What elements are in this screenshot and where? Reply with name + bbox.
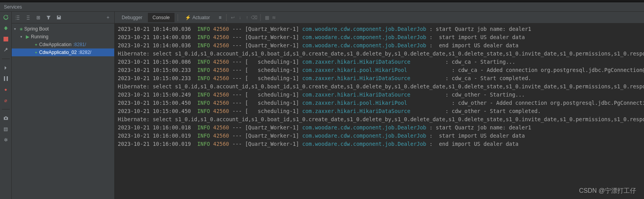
- wrench-icon[interactable]: [3, 47, 9, 53]
- filter-icon[interactable]: [45, 14, 52, 21]
- app1-port: :8281/: [73, 42, 86, 47]
- actuator-label: Actuator: [192, 15, 210, 20]
- leaf-icon: ✦: [34, 50, 38, 55]
- step-over-icon[interactable]: ⏵: [3, 65, 9, 71]
- svg-rect-2: [7, 76, 8, 81]
- mute-breakpoint-icon[interactable]: ⌀: [3, 97, 9, 104]
- scroll-up-icon[interactable]: ↑: [244, 14, 250, 21]
- tree-running[interactable]: ▾ ▶ Running: [12, 33, 114, 41]
- add-icon[interactable]: ＋: [105, 14, 111, 21]
- tree-root-label: Spring Boot: [24, 26, 49, 32]
- clear-icon[interactable]: ⌫: [251, 14, 257, 21]
- app2-name: CdwApplicatio_02: [39, 50, 77, 55]
- console-output[interactable]: 2023-10-21 10:14:00.036 INFO 42560 --- […: [115, 23, 644, 199]
- bug-icon[interactable]: [3, 25, 9, 31]
- print-icon[interactable]: ▦: [264, 14, 270, 21]
- settings-icon[interactable]: ✲: [3, 137, 9, 143]
- layout-icon[interactable]: ▤: [3, 126, 9, 132]
- soft-wrap-icon[interactable]: ↩: [230, 14, 236, 21]
- breakpoint-icon[interactable]: ●: [3, 86, 9, 93]
- services-tree-panel: ⊞ ＋ ▾ ❀ Spring Boot ▾ ▶ Running ✦ CdwApp…: [12, 12, 115, 199]
- app1-name: CdwApplication: [39, 42, 72, 47]
- rerun-icon[interactable]: [3, 14, 9, 20]
- collapse-all-icon[interactable]: [25, 14, 31, 21]
- svg-rect-0: [4, 37, 8, 41]
- camera-icon[interactable]: [3, 115, 9, 121]
- tab-console[interactable]: Console: [148, 13, 174, 22]
- svg-rect-1: [4, 76, 5, 81]
- tab-debugger[interactable]: Debugger: [117, 13, 147, 22]
- service-tree: ▾ ❀ Spring Boot ▾ ▶ Running ✦ CdwApplica…: [12, 23, 114, 58]
- play-icon: ▶: [26, 34, 29, 39]
- console-panel: Debugger Console ⚡ Actuator ≡ ↩ ↓ ↑ ⌫ ▦ …: [115, 12, 644, 199]
- leaf-icon: ✦: [34, 43, 38, 47]
- watermark: CSDN @宁漂打工仔: [579, 187, 636, 195]
- left-gutter: ⏵ ● ⌀ ▤ ✲: [0, 12, 12, 199]
- stop-icon[interactable]: [3, 36, 9, 42]
- pause-icon[interactable]: [3, 75, 9, 82]
- group-icon[interactable]: ⊞: [35, 14, 41, 21]
- tree-toolbar: ⊞ ＋: [12, 12, 114, 23]
- main-area: ⏵ ● ⌀ ▤ ✲ ⊞ ＋ ▾ ❀ Spring Boot ▾ ▶: [0, 12, 644, 199]
- expand-all-icon[interactable]: [15, 14, 21, 21]
- spring-icon: ❀: [20, 27, 23, 31]
- tree-app2[interactable]: ✦ CdwApplicatio_02 :8282/: [12, 48, 114, 56]
- save-icon[interactable]: [56, 14, 62, 21]
- actuator-icon: ⚡: [185, 15, 191, 20]
- scroll-down-icon[interactable]: ↓: [237, 14, 243, 21]
- list-icon[interactable]: ≡: [217, 14, 223, 21]
- running-label: Running: [31, 34, 49, 39]
- tab-actuator[interactable]: ⚡ Actuator: [181, 13, 214, 22]
- panel-title: Services: [0, 2, 644, 12]
- tree-app1[interactable]: ✦ CdwApplication :8281/: [12, 41, 114, 48]
- app2-port: :8282/: [78, 50, 91, 55]
- tree-root[interactable]: ▾ ❀ Spring Boot: [12, 25, 114, 33]
- console-toolbar: Debugger Console ⚡ Actuator ≡ ↩ ↓ ↑ ⌫ ▦ …: [115, 12, 644, 23]
- more-icon[interactable]: ≋: [271, 14, 277, 21]
